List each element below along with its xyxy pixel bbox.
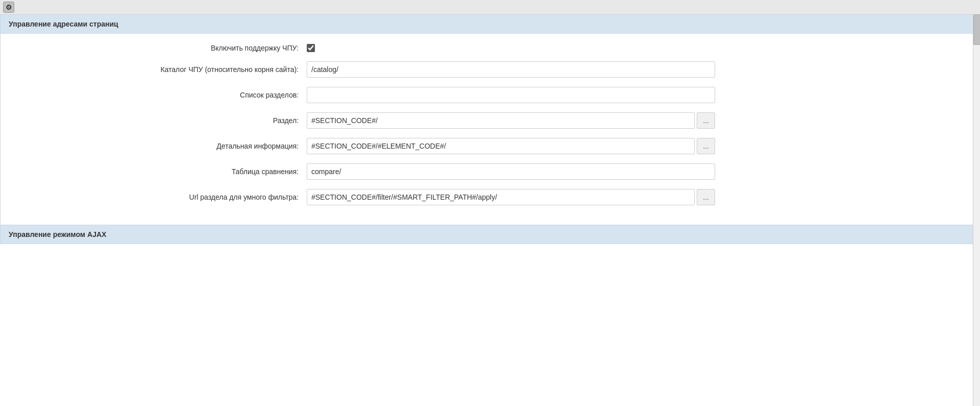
section-list-input[interactable] <box>307 87 715 103</box>
label-compare-table: Таблица сравнения: <box>11 168 307 176</box>
browse-btn-label-3: ... <box>703 193 709 201</box>
compare-table-input[interactable] <box>307 163 715 180</box>
section-input[interactable] <box>307 112 695 129</box>
top-icon-area: ⚙ <box>0 0 980 14</box>
browse-btn-label-2: ... <box>703 142 709 150</box>
section-browse-button[interactable]: ... <box>697 112 715 129</box>
smart-filter-url-input[interactable] <box>307 189 695 205</box>
page-wrapper: ⚙ Управление адресами страниц Включить п… <box>0 0 980 406</box>
label-detail-info: Детальная информация: <box>11 142 307 150</box>
gear-icon-btn[interactable]: ⚙ <box>3 2 14 13</box>
smart-filter-browse-button[interactable]: ... <box>697 189 715 205</box>
control-catalog-spu <box>307 61 969 78</box>
form-row-section-list: Список разделов: <box>1 87 979 103</box>
scrollbar-track[interactable] <box>973 14 980 406</box>
control-smart-filter-url: ... <box>307 189 969 205</box>
scrollbar-thumb[interactable] <box>973 14 980 45</box>
label-smart-filter-url: Url раздела для умного фильтра: <box>11 193 307 201</box>
control-enable-spu <box>307 44 969 52</box>
form-row-smart-filter-url: Url раздела для умного фильтра: ... <box>1 189 979 205</box>
address-management-section: Управление адресами страниц Включить под… <box>0 14 980 244</box>
form-row-compare-table: Таблица сравнения: <box>1 163 979 180</box>
label-catalog-spu: Каталог ЧПУ (относительно корня сайта): <box>11 65 307 74</box>
ajax-management-title: Управление режимом AJAX <box>9 230 106 238</box>
enable-spu-checkbox[interactable] <box>307 44 315 52</box>
form-row-section: Раздел: ... <box>1 112 979 129</box>
gear-icon: ⚙ <box>6 3 12 11</box>
address-management-header: Управление адресами страниц <box>1 15 979 34</box>
label-section: Раздел: <box>11 116 307 125</box>
address-management-body: Включить поддержку ЧПУ: Каталог ЧПУ (отн… <box>1 34 979 225</box>
ajax-management-header: Управление режимом AJAX <box>1 225 979 244</box>
control-section: ... <box>307 112 969 129</box>
control-detail-info: ... <box>307 138 969 154</box>
browse-btn-label: ... <box>703 116 709 125</box>
form-row-enable-spu: Включить поддержку ЧПУ: <box>1 44 979 52</box>
control-section-list <box>307 87 969 103</box>
form-row-detail-info: Детальная информация: ... <box>1 138 979 154</box>
detail-info-input[interactable] <box>307 138 695 154</box>
label-enable-spu: Включить поддержку ЧПУ: <box>11 44 307 52</box>
detail-info-browse-button[interactable]: ... <box>697 138 715 154</box>
form-row-catalog-spu: Каталог ЧПУ (относительно корня сайта): <box>1 61 979 78</box>
address-management-title: Управление адресами страниц <box>9 20 118 28</box>
control-compare-table <box>307 163 969 180</box>
catalog-spu-input[interactable] <box>307 61 715 78</box>
label-section-list: Список разделов: <box>11 91 307 99</box>
